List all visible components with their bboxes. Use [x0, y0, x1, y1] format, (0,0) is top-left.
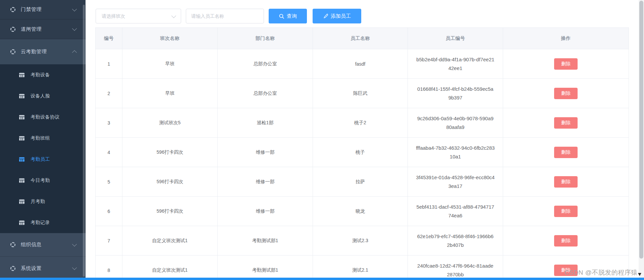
column-header-dept: 部门名称 — [218, 28, 313, 49]
shift-select-input[interactable] — [101, 13, 169, 19]
cell-name: 桃子2 — [313, 108, 408, 138]
table-grid-icon — [19, 136, 25, 141]
sidebar-item-access-control[interactable]: 门禁管理 — [0, 0, 86, 19]
employee-table: 编号 班次名称 部门名称 员工名称 员工编号 操作 1 早班 总部办公室 fas… — [95, 27, 629, 280]
sidebar-item-label: 设备人脸 — [31, 93, 50, 99]
sidebar-item-today-attendance[interactable]: 今日考勤 — [0, 170, 86, 191]
column-header-emp-id: 员工编号 — [408, 28, 503, 49]
sidebar-item-month-attendance[interactable]: 月考勤 — [0, 191, 86, 212]
cell-emp-id: b5b2e4bf-dd9a-4f1a-907b-df7ee2142ee1 — [408, 49, 503, 79]
sidebar-item-cloud-attendance[interactable]: 云考勤管理 — [0, 39, 86, 64]
delete-button[interactable]: 删除 — [554, 147, 578, 158]
pencil-icon — [323, 13, 328, 19]
column-header-shift: 班次名称 — [122, 28, 218, 49]
cell-shift: 596打卡四次 — [122, 167, 218, 197]
table-row: 7 自定义班次测试1 考勤测试部1 测试2.3 62e1eb79-efc7-45… — [96, 226, 629, 256]
chevron-down-icon — [72, 26, 77, 31]
cell-no: 4 — [96, 138, 122, 167]
cell-dept: 维修一部 — [218, 197, 313, 226]
sidebar-item-attendance-team[interactable]: 考勤班组 — [0, 128, 86, 149]
chevron-down-icon — [72, 6, 77, 11]
sidebar-item-label: 云考勤管理 — [21, 49, 73, 55]
segmented-circle-icon — [10, 266, 16, 271]
employee-name-input[interactable] — [186, 9, 264, 23]
sidebar-item-system-settings[interactable]: 系统设置 — [0, 257, 86, 280]
bottom-accent-bar — [0, 278, 644, 280]
sidebar-item-attendance-employee[interactable]: 考勤员工 — [0, 149, 86, 170]
main-content: 查询 添加员工 编号 班次名称 部门名称 员工名称 员工编号 操作 1 早班 总… — [86, 0, 644, 280]
segmented-circle-icon — [10, 242, 16, 248]
sidebar-item-gate-management[interactable]: 道闸管理 — [0, 19, 86, 39]
cell-name: fasdf — [313, 49, 408, 79]
cell-emp-id: fffaaba4-7b32-4632-94c0-6fb2c28310a1 — [408, 138, 503, 167]
cell-name: 测试2.3 — [313, 226, 408, 256]
cell-shift: 测试班次5 — [122, 108, 218, 138]
cell-no: 2 — [96, 79, 122, 108]
cell-emp-id: 240fcae8-12d2-47f6-964c-81aade2870bb — [408, 256, 503, 280]
cell-name: 陈巨武 — [313, 79, 408, 108]
cell-dept: 考勤测试部1 — [218, 226, 313, 256]
segmented-circle-icon — [10, 7, 16, 12]
cell-dept: 维修一部 — [218, 138, 313, 167]
sidebar-item-label: 今日考勤 — [31, 178, 50, 184]
sidebar-submenu: 考勤设备 设备人脸 考勤设备协议 考勤班组 考勤员工 今日考勤 月考勤 考勤记 — [0, 64, 86, 233]
page-scrollbar-thumb[interactable] — [639, 1, 643, 259]
add-employee-button[interactable]: 添加员工 — [313, 9, 361, 23]
delete-button[interactable]: 删除 — [554, 176, 578, 188]
toolbar: 查询 添加员工 — [96, 9, 361, 23]
cell-actions: 删除 — [503, 79, 629, 108]
cell-dept: 维修一部 — [218, 167, 313, 197]
cell-shift: 596打卡四次 — [122, 197, 218, 226]
table-row: 6 596打卡四次 维修一部 晓龙 5ebf4131-dacf-4531-af8… — [96, 197, 629, 226]
table-grid-icon — [19, 93, 25, 99]
table-header-row: 编号 班次名称 部门名称 员工名称 员工编号 操作 — [96, 28, 629, 49]
search-button[interactable]: 查询 — [269, 9, 307, 23]
cell-actions: 删除 — [503, 167, 629, 197]
sidebar-scrollbar[interactable] — [83, 5, 85, 277]
table-row: 3 测试班次5 巡检1部 桃子2 9c26d306-0a59-4e0b-9078… — [96, 108, 629, 138]
cell-emp-id: 9c26d306-0a59-4e0b-9078-590a980aafa9 — [408, 108, 503, 138]
cell-actions: 删除 — [503, 108, 629, 138]
sidebar-item-organization-info[interactable]: 组织信息 — [0, 233, 86, 257]
add-employee-button-label: 添加员工 — [331, 13, 351, 19]
sidebar-item-label: 道闸管理 — [21, 26, 73, 32]
sidebar-item-attendance-record[interactable]: 考勤记录 — [0, 212, 86, 233]
delete-button[interactable]: 删除 — [554, 235, 578, 247]
cell-actions: 删除 — [503, 138, 629, 167]
sidebar-item-label: 考勤员工 — [31, 156, 50, 162]
sidebar-item-label: 组织信息 — [21, 241, 73, 248]
sidebar-item-device-face[interactable]: 设备人脸 — [0, 85, 86, 107]
sidebar-item-label: 考勤设备 — [31, 72, 50, 78]
sidebar-item-attendance-device[interactable]: 考勤设备 — [0, 64, 86, 85]
column-header-no: 编号 — [96, 28, 122, 49]
cell-dept: 考勤测试部1 — [218, 256, 313, 280]
column-header-name: 员工名称 — [313, 28, 408, 49]
sidebar-item-label: 考勤设备协议 — [31, 114, 60, 120]
delete-button[interactable]: 删除 — [554, 58, 578, 70]
cell-shift: 自定义班次测试1 — [122, 226, 218, 256]
delete-button[interactable]: 删除 — [554, 117, 578, 129]
cursor-triangle-icon — [638, 273, 641, 276]
chevron-up-icon — [72, 50, 77, 55]
table-row: 5 596打卡四次 维修一部 拉萨 3f45391e-01da-4528-96f… — [96, 167, 629, 197]
table-grid-icon — [19, 220, 25, 225]
delete-button[interactable]: 删除 — [554, 206, 578, 217]
cell-shift: 596打卡四次 — [122, 138, 218, 167]
cell-shift: 自定义班次测试1 — [122, 256, 218, 280]
cell-dept: 总部办公室 — [218, 79, 313, 108]
cell-no: 5 — [96, 167, 122, 197]
table-grid-icon — [19, 115, 25, 120]
cell-actions: 删除 — [503, 49, 629, 79]
cell-name: 拉萨 — [313, 167, 408, 197]
delete-button[interactable]: 删除 — [554, 88, 578, 99]
table-grid-icon — [19, 178, 25, 183]
column-header-actions: 操作 — [503, 28, 629, 49]
chevron-down-icon — [171, 13, 176, 18]
page-scrollbar[interactable] — [639, 0, 644, 280]
segmented-circle-icon — [10, 49, 16, 55]
shift-select[interactable] — [96, 9, 181, 23]
search-button-label: 查询 — [287, 13, 297, 19]
sidebar-item-attendance-device-protocol[interactable]: 考勤设备协议 — [0, 107, 86, 128]
watermark: CSDN @不脱发的程序猿 — [565, 268, 641, 277]
table-grid-icon — [19, 157, 25, 162]
